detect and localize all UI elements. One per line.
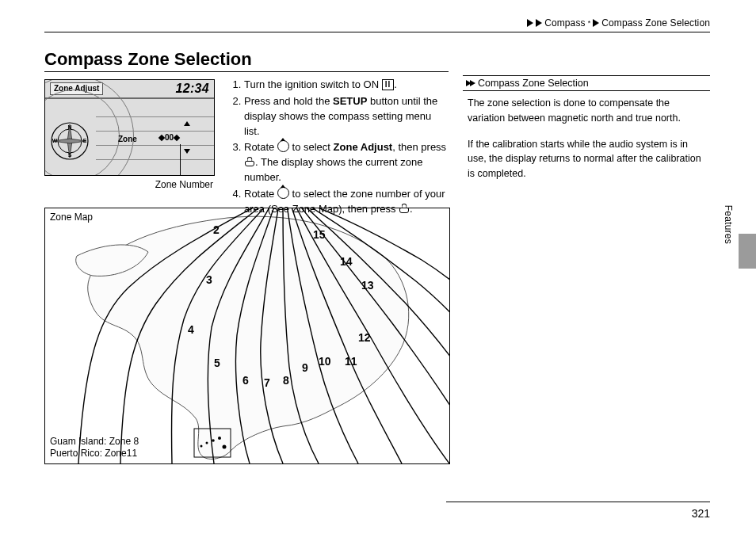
svg-text:15: 15: [313, 228, 326, 241]
triangle-right-icon: [536, 19, 542, 27]
svg-text:4: 4: [188, 323, 194, 336]
double-arrow-icon: [466, 80, 475, 86]
svg-point-13: [223, 445, 227, 449]
side-note-paragraph: If the calibration starts while the audi…: [468, 137, 707, 181]
svg-text:S: S: [68, 152, 72, 158]
step-item: Press and hold the SETUP button until th…: [244, 94, 447, 139]
clock-readout: 12:34: [175, 82, 209, 96]
svg-text:9: 9: [302, 361, 308, 374]
svg-text:10: 10: [319, 355, 331, 368]
svg-point-12: [218, 437, 221, 440]
triangle-right-icon: [593, 19, 599, 27]
svg-text:13: 13: [361, 279, 374, 292]
svg-text:12: 12: [358, 331, 371, 344]
zone-map-svg: 2 3 4 5 6 7 8 9 10 11 12 13 14 15: [45, 208, 449, 463]
svg-text:E: E: [83, 138, 87, 143]
step-item: Rotate to select Zone Adjust, then press…: [244, 140, 447, 185]
diamond-left-icon: [158, 134, 165, 140]
breadcrumb-item: Compass: [544, 17, 586, 29]
diamond-right-icon: [174, 134, 180, 140]
triangle-right-icon: [527, 19, 533, 27]
svg-text:3: 3: [206, 273, 212, 286]
section-tab-marker: [739, 234, 756, 269]
press-button-icon: [244, 158, 255, 167]
side-note-paragraph: The zone selection is done to compensate…: [468, 96, 707, 126]
divider: [44, 32, 710, 32]
rotate-knob-icon: [277, 187, 289, 199]
zone-field-label: Zone: [118, 135, 137, 143]
divider: [44, 71, 449, 72]
divider: [446, 502, 710, 502]
side-notes-title: Compass Zone Selection: [478, 78, 589, 89]
figure-caption: Zone Number: [44, 179, 215, 190]
asterisk-note: *: [588, 19, 591, 27]
section-tab-label: Features: [723, 205, 734, 244]
svg-point-9: [200, 445, 203, 448]
triangle-up-icon: [184, 121, 190, 126]
svg-text:8: 8: [283, 374, 289, 387]
breadcrumb-item: Compass Zone Selection: [601, 17, 710, 29]
svg-text:2: 2: [213, 223, 220, 236]
page-title: Compass Zone Selection: [44, 49, 252, 70]
triangle-down-icon: [184, 149, 190, 154]
svg-text:6: 6: [242, 374, 249, 387]
zone-field-value: 00: [159, 133, 179, 142]
display-figure: Zone Adjust 12:34 N S W E Zone: [44, 79, 215, 190]
map-note-guam: Guam Island: Zone 8: [50, 436, 139, 448]
svg-point-10: [206, 442, 208, 444]
svg-text:14: 14: [340, 255, 353, 268]
svg-text:7: 7: [264, 376, 270, 389]
step-item: Turn the ignition switch to ON II.: [244, 78, 447, 93]
breadcrumb: Compass * Compass Zone Selection: [527, 17, 710, 29]
steps-list: Turn the ignition switch to ON II. Press…: [230, 78, 447, 219]
rotate-knob-icon: [277, 140, 289, 152]
svg-text:W: W: [52, 138, 58, 143]
svg-point-11: [212, 439, 215, 442]
map-note-pr: Puerto Rico: Zone11: [50, 448, 139, 460]
page-number: 321: [692, 507, 710, 520]
zone-map-figure: Zone Map Guam Island: Zone 8 Puerto Rico…: [44, 208, 450, 464]
svg-text:11: 11: [345, 355, 357, 368]
svg-text:N: N: [67, 124, 71, 130]
svg-text:5: 5: [214, 357, 220, 369]
side-notes: Compass Zone Selection The zone selectio…: [463, 75, 710, 193]
compass-icon: N S W E: [50, 121, 90, 161]
pointer-line: [180, 144, 181, 176]
map-title: Zone Map: [50, 212, 93, 223]
ignition-ii-icon: II: [382, 79, 395, 90]
